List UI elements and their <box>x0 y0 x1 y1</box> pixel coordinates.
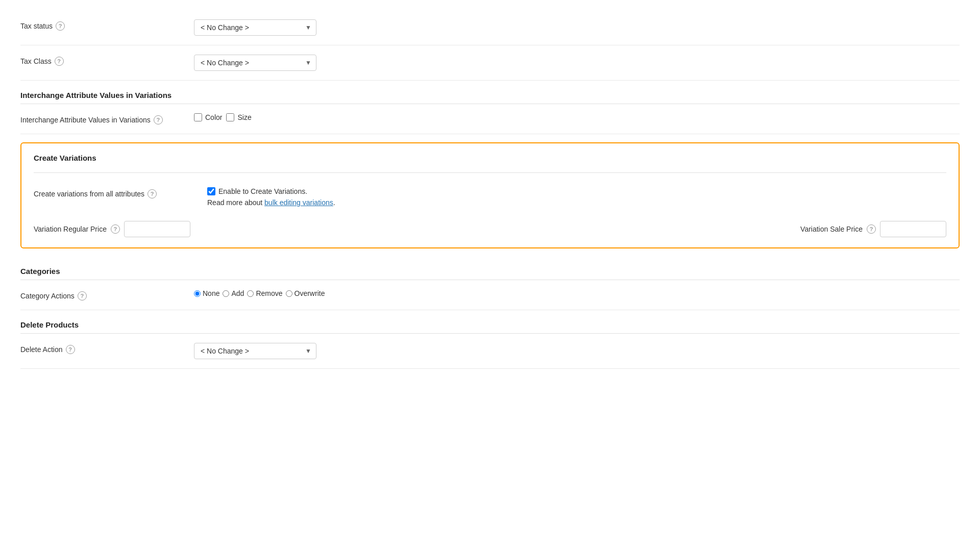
category-none-label[interactable]: None <box>194 289 219 297</box>
create-variations-content: Enable to Create Variations. Read more a… <box>207 187 946 207</box>
sale-price-help-icon[interactable]: ? <box>867 224 876 234</box>
interchange-field-text: Interchange Attribute Values in Variatio… <box>20 116 151 124</box>
category-add-text: Add <box>231 289 244 297</box>
tax-status-text: Tax status <box>20 22 53 30</box>
enable-row: Enable to Create Variations. Read more a… <box>207 187 335 207</box>
category-none-text: None <box>203 289 219 297</box>
regular-price-help-icon[interactable]: ? <box>111 224 120 234</box>
tax-class-select-wrapper: < No Change >StandardReduced rateZero ra… <box>194 55 316 71</box>
tax-class-select[interactable]: < No Change >StandardReduced rateZero ra… <box>194 55 316 71</box>
tax-status-label: Tax status ? <box>20 19 194 31</box>
sale-price-label: Variation Sale Price <box>800 225 863 233</box>
tax-class-text: Tax Class <box>20 57 52 65</box>
category-actions-content: None Add Remove Overwrite <box>194 289 960 297</box>
delete-action-select[interactable]: < No Change >DeleteTrash <box>194 343 316 359</box>
categories-section: Categories Category Actions ? None Add R… <box>20 257 960 310</box>
size-checkbox[interactable] <box>226 113 234 121</box>
delete-action-content: < No Change >DeleteTrash ▼ <box>194 343 960 359</box>
enable-variations-text: Enable to Create Variations. <box>218 187 307 195</box>
delete-action-help-icon[interactable]: ? <box>66 345 75 354</box>
tax-class-label: Tax Class ? <box>20 55 194 66</box>
bulk-editing-link[interactable]: bulk editing variations <box>264 198 333 207</box>
color-checkbox[interactable] <box>194 113 202 121</box>
tax-status-help-icon[interactable]: ? <box>56 21 65 31</box>
regular-price-input[interactable] <box>124 221 190 237</box>
category-add-radio[interactable] <box>223 290 229 297</box>
tax-class-row: Tax Class ? < No Change >StandardReduced… <box>20 45 960 81</box>
create-variations-label: Create variations from all attributes ? <box>34 187 207 198</box>
regular-price-label: Variation Regular Price <box>34 225 107 233</box>
tax-status-row: Tax status ? < No Change >TaxableShippin… <box>20 10 960 45</box>
category-actions-help-icon[interactable]: ? <box>78 291 87 300</box>
delete-products-heading: Delete Products <box>20 310 960 333</box>
category-actions-row: Category Actions ? None Add Remove <box>20 280 960 310</box>
enable-variations-checkbox[interactable] <box>207 187 215 195</box>
interchange-field-row: Interchange Attribute Values in Variatio… <box>20 104 960 134</box>
interchange-section: Interchange Attribute Values in Variatio… <box>20 81 960 134</box>
category-actions-label: Category Actions ? <box>20 289 194 300</box>
delete-products-section: Delete Products Delete Action ? < No Cha… <box>20 310 960 369</box>
category-remove-radio[interactable] <box>247 290 254 297</box>
create-variations-box: Create Variations Create variations from… <box>20 142 960 248</box>
tax-class-help-icon[interactable]: ? <box>55 57 64 66</box>
color-checkbox-label[interactable]: Color <box>194 113 222 121</box>
create-variations-field-row: Create variations from all attributes ? … <box>34 181 946 213</box>
enable-checkbox-label[interactable]: Enable to Create Variations. <box>207 187 335 195</box>
interchange-heading: Interchange Attribute Values in Variatio… <box>20 81 960 104</box>
category-overwrite-text: Overwrite <box>295 289 325 297</box>
category-none-radio[interactable] <box>194 290 201 297</box>
sale-price-group: Variation Sale Price ? <box>800 221 946 237</box>
read-more-text: Read more about bulk editing variations. <box>207 198 335 207</box>
category-remove-text: Remove <box>256 289 282 297</box>
price-fields-row: Variation Regular Price ? Variation Sale… <box>34 213 946 237</box>
category-add-label[interactable]: Add <box>223 289 244 297</box>
interchange-field-label: Interchange Attribute Values in Variatio… <box>20 113 194 124</box>
categories-heading: Categories <box>20 257 960 280</box>
create-variations-heading: Create Variations <box>34 154 946 166</box>
color-label-text: Color <box>205 113 222 121</box>
tax-status-select[interactable]: < No Change >TaxableShipping onlyNone <box>194 19 316 36</box>
category-overwrite-label[interactable]: Overwrite <box>286 289 325 297</box>
delete-action-label: Delete Action ? <box>20 343 194 354</box>
tax-status-select-wrapper: < No Change >TaxableShipping onlyNone ▼ <box>194 19 316 36</box>
create-variations-help-icon[interactable]: ? <box>148 189 157 198</box>
category-remove-label[interactable]: Remove <box>247 289 282 297</box>
regular-price-group: Variation Regular Price ? <box>34 221 190 237</box>
category-radio-group: None Add Remove Overwrite <box>194 289 325 297</box>
delete-action-row: Delete Action ? < No Change >DeleteTrash… <box>20 334 960 369</box>
category-overwrite-radio[interactable] <box>286 290 292 297</box>
category-actions-text: Category Actions <box>20 292 75 300</box>
tax-class-content: < No Change >StandardReduced rateZero ra… <box>194 55 960 71</box>
tax-status-content: < No Change >TaxableShipping onlyNone ▼ <box>194 19 960 36</box>
sale-price-input[interactable] <box>880 221 946 237</box>
delete-action-select-wrapper: < No Change >DeleteTrash ▼ <box>194 343 316 359</box>
create-variations-inner: Create variations from all attributes ? … <box>34 172 946 237</box>
create-variations-label-text: Create variations from all attributes <box>34 190 144 198</box>
size-checkbox-label[interactable]: Size <box>226 113 251 121</box>
interchange-field-content: Color Size <box>194 113 960 121</box>
size-label-text: Size <box>237 113 251 121</box>
delete-action-text: Delete Action <box>20 345 63 354</box>
interchange-help-icon[interactable]: ? <box>154 115 163 124</box>
